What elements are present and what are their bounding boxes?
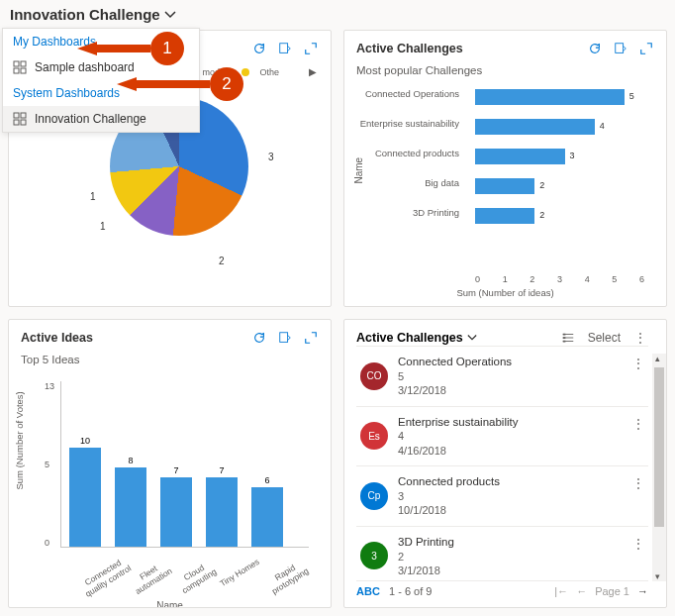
hbar-row: 5 [475, 82, 654, 112]
list-item[interactable]: EsEnterprise sustainability44/16/2018⋮ [356, 407, 648, 467]
dashboard-title: Innovation Challenge [10, 6, 160, 23]
view-records-icon[interactable] [277, 41, 293, 56]
item-more-icon[interactable]: ⋮ [632, 537, 644, 551]
hbar-row: 2 [475, 171, 654, 201]
vbar-value: 7 [173, 465, 178, 475]
avatar: Es [360, 422, 388, 450]
select-button[interactable]: Select [588, 331, 621, 345]
vbar-category: Fleet automation [123, 554, 180, 600]
chevron-down-icon [164, 9, 176, 21]
innovation-challenge-label: Innovation Challenge [35, 112, 146, 126]
view-records-icon[interactable] [613, 41, 628, 56]
list-item[interactable]: CpConnected products310/1/2018⋮ [356, 466, 648, 527]
list-item[interactable]: COConnected Operations53/12/2018⋮ [356, 347, 648, 407]
item-more-icon[interactable]: ⋮ [632, 476, 644, 490]
active-ideas-card: Active Ideas Top 5 Ideas Sum (Number of … [8, 319, 332, 608]
hbar-row: 2 [475, 201, 654, 231]
svg-rect-4 [14, 113, 19, 118]
item-name: Connected products [398, 474, 500, 489]
item-date: 4/16/2018 [398, 444, 518, 458]
hbar-category: Big data [356, 177, 465, 188]
item-more-icon[interactable]: ⋮ [632, 357, 644, 370]
card-subtitle: Most popular Challenges [356, 64, 654, 76]
list-item[interactable]: 33D Printing23/1/2018⋮ [356, 527, 648, 580]
hbar-category: Enterprise sustainability [356, 118, 465, 129]
hbar-category: Connected products [356, 148, 465, 158]
item-date: 3/1/2018 [398, 564, 454, 577]
dashboard-icon [13, 60, 27, 74]
hbar: 2 [475, 178, 534, 194]
hbar-value: 4 [600, 121, 605, 131]
scrollbar[interactable]: ▴ ▾ [652, 354, 666, 581]
vbar: 8 [115, 467, 146, 547]
first-page-button[interactable]: |← [554, 585, 568, 597]
page-indicator: Page 1 [595, 585, 629, 597]
expand-icon[interactable] [303, 330, 319, 346]
svg-rect-8 [280, 44, 288, 53]
avatar: 3 [360, 542, 388, 569]
hbar-row: 3 [475, 142, 654, 171]
view-selector-icon[interactable] [560, 330, 576, 346]
expand-icon[interactable] [303, 41, 319, 56]
abc-toggle[interactable]: ABC [356, 585, 380, 597]
avatar: Cp [360, 482, 388, 510]
prev-page-button[interactable]: ← [576, 585, 587, 597]
next-page-button[interactable]: → [637, 585, 648, 597]
y-axis-label: Sum (Number of Votes) [14, 391, 25, 489]
hbar-row: 4 [475, 112, 654, 142]
item-more-icon[interactable]: ⋮ [632, 417, 644, 431]
vbar-value: 8 [128, 456, 133, 465]
vbar: 6 [251, 487, 283, 547]
active-challenges-list-card: Active Challenges Select ⋮ COConnected O… [343, 319, 667, 608]
chevron-down-icon[interactable] [467, 333, 477, 343]
hbar-category: 3D Printing [356, 207, 465, 218]
hbar: 5 [475, 89, 625, 105]
callout-1-number: 1 [150, 32, 184, 65]
svg-rect-9 [616, 44, 624, 53]
hbar-value: 2 [539, 210, 544, 220]
vbar-value: 10 [80, 436, 90, 446]
hbar-value: 3 [569, 151, 574, 160]
item-count: 3 [398, 489, 500, 503]
hbar-value: 5 [629, 91, 634, 101]
vbar-value: 6 [264, 475, 269, 485]
hbar: 4 [475, 119, 595, 135]
expand-icon[interactable] [638, 41, 654, 56]
refresh-icon[interactable] [251, 330, 267, 346]
dashboard-title-dropdown[interactable]: Innovation Challenge [10, 6, 176, 23]
item-count: 2 [398, 550, 454, 564]
svg-rect-0 [14, 61, 19, 66]
active-challenges-chart-card: Active Challenges Most popular Challenge… [343, 30, 667, 307]
svg-rect-6 [14, 120, 19, 125]
innovation-challenge-item[interactable]: Innovation Challenge [3, 106, 199, 132]
item-date: 10/1/2018 [398, 503, 500, 517]
hbar: 2 [475, 208, 534, 224]
refresh-icon[interactable] [251, 41, 267, 56]
vbar: 7 [160, 477, 192, 547]
vbar-category: Connected quality control [77, 554, 135, 600]
svg-rect-10 [280, 333, 288, 343]
view-records-icon[interactable] [277, 330, 293, 346]
vbar: 10 [69, 448, 101, 547]
challenges-list: COConnected Operations53/12/2018⋮EsEnter… [356, 346, 648, 580]
more-icon[interactable]: ⋮ [632, 330, 648, 346]
svg-rect-3 [21, 68, 26, 73]
card-title: Active Challenges [356, 42, 463, 55]
item-name: 3D Printing [398, 535, 454, 550]
item-count: 5 [398, 369, 512, 383]
dashboard-icon [13, 112, 27, 126]
item-name: Connected Operations [398, 355, 512, 369]
refresh-icon[interactable] [587, 41, 603, 56]
card-title: Active Ideas [21, 331, 93, 345]
list-title: Active Challenges [356, 331, 463, 345]
item-count: 4 [398, 429, 518, 443]
card-subtitle: Top 5 Ideas [21, 354, 319, 365]
x-axis-label: Sum (Number of ideas) [456, 287, 553, 298]
vbar-category: Cloud computing [168, 554, 226, 600]
record-range: 1 - 6 of 9 [389, 585, 432, 597]
x-axis-label: Name [156, 600, 183, 608]
callout-1: 1 [77, 32, 184, 65]
item-name: Enterprise sustainability [398, 415, 518, 430]
vbar-category: Rapid prototyping [259, 554, 317, 600]
svg-rect-2 [14, 68, 19, 73]
